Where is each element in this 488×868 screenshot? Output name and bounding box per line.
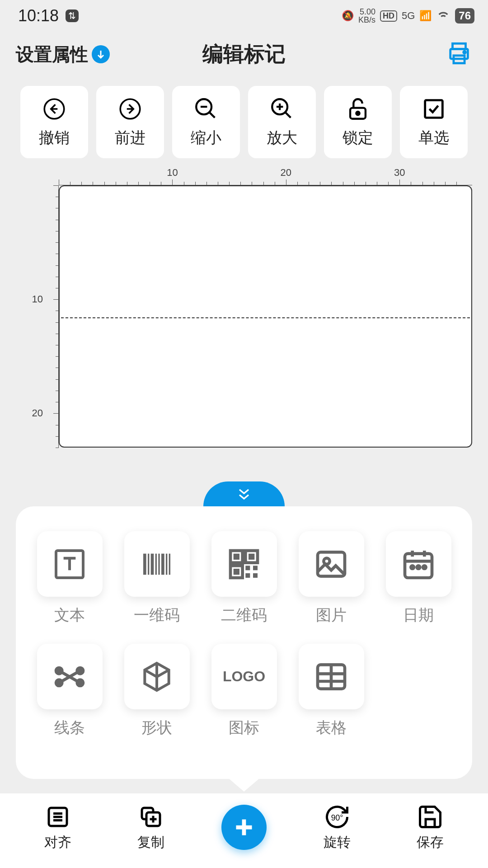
svg-point-3 xyxy=(464,51,466,53)
text-label: 文本 xyxy=(54,605,85,626)
zoom-out-icon xyxy=(193,96,219,122)
barcode-label: 一维码 xyxy=(134,605,180,626)
insert-table-button[interactable]: 表格 xyxy=(293,644,369,738)
usb-icon: ⇅ xyxy=(66,9,79,22)
chevron-double-down-icon xyxy=(235,487,253,501)
insert-text-button[interactable]: 文本 xyxy=(32,531,108,626)
svg-rect-25 xyxy=(234,569,239,575)
redo-label: 前进 xyxy=(115,127,145,148)
svg-rect-15 xyxy=(155,553,157,575)
svg-rect-10 xyxy=(425,100,443,118)
signal-icon: 📶 xyxy=(419,10,432,22)
align-button[interactable]: 对齐 xyxy=(22,803,94,852)
toolbar: 撤销 前进 缩小 放大 锁定 单选 xyxy=(0,77,488,172)
ruler-horizontal: 102030 xyxy=(59,172,472,185)
status-indicators: 🔕 5.00KB/s HD 5G 📶 76 xyxy=(342,7,474,24)
settings-label: 设置属性 xyxy=(16,42,88,67)
hd-icon: HD xyxy=(380,10,397,22)
lock-label: 锁定 xyxy=(343,127,373,148)
checkbox-icon xyxy=(421,96,447,122)
align-label: 对齐 xyxy=(44,833,71,852)
page-title: 编辑标记 xyxy=(202,40,286,68)
svg-point-35 xyxy=(423,566,426,569)
calendar-icon xyxy=(400,546,436,582)
shape-label: 形状 xyxy=(141,717,172,738)
undo-label: 撤销 xyxy=(39,127,70,148)
insert-qrcode-button[interactable]: 二维码 xyxy=(206,531,282,626)
rotate-button[interactable]: 90° 旋转 xyxy=(301,803,373,852)
image-label: 图片 xyxy=(316,605,347,626)
svg-rect-17 xyxy=(161,553,164,575)
svg-rect-28 xyxy=(245,573,250,578)
logo-icon: LOGO xyxy=(223,668,265,685)
svg-rect-27 xyxy=(253,566,258,570)
select-label: 单选 xyxy=(418,127,449,148)
select-button[interactable]: 单选 xyxy=(400,86,468,158)
qrcode-icon xyxy=(226,546,262,582)
svg-rect-14 xyxy=(151,553,154,575)
battery-icon: 76 xyxy=(455,8,474,24)
ruler-vertical: 1020 xyxy=(16,185,59,448)
line-icon xyxy=(52,659,88,695)
insert-shape-button[interactable]: 形状 xyxy=(119,644,195,738)
copy-button[interactable]: 复制 xyxy=(115,803,187,852)
chevron-down-icon xyxy=(92,45,110,63)
mute-icon: 🔕 xyxy=(342,10,354,22)
insert-image-button[interactable]: 图片 xyxy=(293,531,369,626)
qrcode-label: 二维码 xyxy=(221,605,267,626)
save-icon xyxy=(417,803,444,830)
svg-rect-44 xyxy=(426,819,435,827)
svg-rect-16 xyxy=(158,553,160,575)
svg-rect-13 xyxy=(148,553,149,575)
status-bar: 10:18 ⇅ 🔕 5.00KB/s HD 5G 📶 76 xyxy=(0,0,488,32)
svg-rect-23 xyxy=(249,553,254,559)
image-icon xyxy=(313,546,349,582)
align-icon xyxy=(44,803,71,830)
line-label: 线条 xyxy=(54,717,85,738)
svg-rect-12 xyxy=(143,553,146,575)
add-button[interactable] xyxy=(208,805,280,850)
rotate-label: 旋转 xyxy=(324,833,351,852)
print-button[interactable] xyxy=(446,40,472,68)
rotate-icon: 90° xyxy=(324,803,351,830)
canvas[interactable] xyxy=(59,185,472,448)
save-label: 保存 xyxy=(417,833,444,852)
lock-button[interactable]: 锁定 xyxy=(324,86,392,158)
svg-point-33 xyxy=(411,566,414,569)
cube-icon xyxy=(139,659,175,695)
unlock-icon xyxy=(345,96,371,122)
redo-button[interactable]: 前进 xyxy=(96,86,164,158)
settings-button[interactable]: 设置属性 xyxy=(16,42,110,67)
canvas-area: 102030 1020 xyxy=(0,172,488,448)
svg-point-34 xyxy=(417,566,420,569)
logo-label: 图标 xyxy=(229,717,259,738)
plus-icon xyxy=(221,805,267,850)
insert-line-button[interactable]: 线条 xyxy=(32,644,108,738)
network-icon: 5G xyxy=(402,10,415,22)
panel-pointer xyxy=(228,778,260,792)
zoom-in-button[interactable]: 放大 xyxy=(248,86,316,158)
insert-logo-button[interactable]: LOGO 图标 xyxy=(206,644,282,738)
zoom-out-button[interactable]: 缩小 xyxy=(172,86,240,158)
save-button[interactable]: 保存 xyxy=(394,803,466,852)
redo-icon xyxy=(117,96,143,122)
guide-line xyxy=(61,317,470,318)
zoom-in-icon xyxy=(269,96,295,122)
header: 设置属性 编辑标记 xyxy=(0,32,488,77)
date-label: 日期 xyxy=(403,605,434,626)
copy-icon xyxy=(137,803,164,830)
svg-rect-21 xyxy=(234,553,239,559)
collapse-handle[interactable] xyxy=(203,481,285,506)
svg-point-9 xyxy=(356,112,359,115)
zoom-in-label: 放大 xyxy=(267,127,297,148)
undo-icon xyxy=(41,96,67,122)
svg-rect-19 xyxy=(169,553,170,575)
svg-rect-18 xyxy=(166,553,167,575)
insert-date-button[interactable]: 日期 xyxy=(380,531,456,626)
copy-label: 复制 xyxy=(137,833,164,852)
insert-panel: 文本 一维码 二维码 图片 日期 线条 形状 LOGO 图标 xyxy=(16,506,472,779)
undo-button[interactable]: 撤销 xyxy=(20,86,88,158)
bottom-bar: 对齐 复制 90° 旋转 保存 xyxy=(0,793,488,868)
insert-barcode-button[interactable]: 一维码 xyxy=(119,531,195,626)
table-icon xyxy=(313,659,349,695)
